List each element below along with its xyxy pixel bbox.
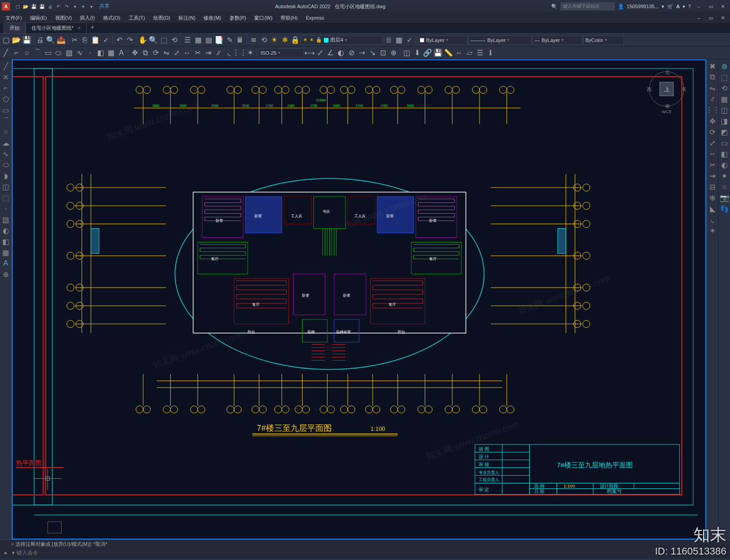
list-icon[interactable]: ☰ [475,48,485,58]
viewiso-icon[interactable]: ◩ [720,127,730,137]
mirror-tool-icon[interactable]: ⇋ [161,48,171,58]
menu-file[interactable]: 文件(F) [2,14,26,22]
extend2-icon[interactable]: ⇥ [708,171,718,181]
arc-tool-icon[interactable]: ⌒ [32,48,42,58]
arc2-icon[interactable]: ⌒ [1,116,11,126]
sheetset-icon[interactable]: 📑 [214,35,224,45]
move-tool-icon[interactable]: ✥ [130,48,140,58]
visual-2d-icon[interactable]: ▭ [720,138,730,148]
qat-plot-icon[interactable]: 🖨 [47,3,54,10]
mirror2-icon[interactable]: ⇋ [708,83,718,93]
insertblock-icon[interactable]: ◫ [1,182,11,192]
menu-tools[interactable]: 工具(T) [125,14,149,22]
hatch-tool-icon[interactable]: ▨ [64,48,74,58]
viewfront-icon[interactable]: ◫ [720,105,730,115]
copy-tool-icon[interactable]: ⧉ [140,48,150,58]
line-icon[interactable]: ╱ [1,61,11,71]
circle2-icon[interactable]: ○ [1,127,11,137]
walk-icon[interactable]: 👣 [720,204,730,214]
open-icon[interactable]: 📂 [11,35,21,45]
dimstyle-dropdown[interactable]: ISO-25▾ [258,48,304,58]
qat-saveas-icon[interactable]: 💾 [38,3,46,10]
scale-tool-icon[interactable]: ⤢ [172,48,182,58]
qat-undo-icon[interactable]: ↶ [55,3,62,10]
ellipse-tool-icon[interactable]: ⬭ [53,48,63,58]
undo-icon[interactable]: ↶ [114,35,124,45]
spline2-icon[interactable]: ∿ [1,149,11,159]
xline-icon[interactable]: ✕ [1,72,11,82]
doc-close-button[interactable]: ✕ [717,14,728,22]
explode2-icon[interactable]: ✶ [708,225,718,236]
paste-icon[interactable]: 📋 [90,35,100,45]
measure-icon[interactable]: 📏 [443,48,454,58]
copy2-icon[interactable]: ⧉ [708,72,718,82]
cut-icon[interactable]: ✂ [69,35,79,45]
view-cube[interactable]: 上 北 南 西 东 WCS [646,68,687,110]
dim-diameter-icon[interactable]: ⊘ [346,48,356,58]
rect-tool-icon[interactable]: ▭ [43,48,53,58]
wblock-icon[interactable]: 💾 [433,48,443,58]
circle-tool-icon[interactable]: ○ [22,48,32,58]
stretch2-icon[interactable]: ↔ [708,149,718,159]
ellipsearc-icon[interactable]: ◗ [1,171,11,181]
menu-format[interactable]: 格式(O) [99,14,124,22]
polyline-tool-icon[interactable]: ⌐ [11,48,21,58]
region2-icon[interactable]: ◧ [1,236,11,246]
polygon-icon[interactable]: ⬠ [1,94,11,104]
menu-express[interactable]: Express [302,14,328,21]
visual-hide-icon[interactable]: ◐ [720,160,730,170]
leader-icon[interactable]: ↘ [367,48,377,58]
menu-parametric[interactable]: 参数(P) [226,14,250,22]
doc-minimize-button[interactable]: – [694,14,704,22]
minimize-button[interactable]: – [694,2,704,10]
xref-icon[interactable]: 🔗 [422,48,433,58]
menu-help[interactable]: 帮助(H) [277,14,301,22]
tab-new-button[interactable]: + [87,21,98,33]
move2-icon[interactable]: ✥ [708,116,718,126]
close-button[interactable]: ✕ [717,2,728,10]
search-icon[interactable]: 🔍 [551,4,558,10]
point-tool-icon[interactable]: · [85,48,95,58]
hatch2-icon[interactable]: ▨ [1,215,11,225]
offset-tool-icon[interactable]: ⫽ [214,48,224,58]
addselect-icon[interactable]: ⊕ [1,269,11,279]
id-icon[interactable]: ℹ [485,48,495,58]
copy-icon[interactable]: ⎘ [80,35,90,45]
camera-icon[interactable]: 📷 [720,193,730,203]
zoom-icon[interactable]: 🔍 [148,35,158,45]
array-tool-icon[interactable]: ⋮⋮ [235,48,245,58]
layer-iso-icon[interactable]: ▦ [394,35,404,45]
qat-open-icon[interactable]: 📂 [22,3,29,10]
menu-modify[interactable]: 修改(M) [200,14,225,22]
line-tool-icon[interactable]: ╱ [1,48,11,58]
redo-icon[interactable]: ↷ [125,35,135,45]
stretch-tool-icon[interactable]: ↔ [182,48,192,58]
dim-angular-icon[interactable]: ∠ [325,48,335,58]
layer-match-icon[interactable]: ✓ [404,35,414,45]
qat-dropdown-icon[interactable]: ▾ [71,3,78,10]
zoom-win-icon[interactable]: ⬚ [159,35,169,45]
rotate-tool-icon[interactable]: ⟳ [151,48,161,58]
mtext-icon[interactable]: A [1,258,11,268]
lineweight-dropdown[interactable]: —ByLayer▾ [532,36,583,45]
revcloud-icon[interactable]: ☁ [1,138,11,148]
block-icon[interactable]: ◫ [402,48,412,58]
layer-freeze-icon[interactable]: ❄ [280,35,290,45]
save-icon[interactable]: 💾 [22,35,32,45]
scale2-icon[interactable]: ⤢ [708,138,718,148]
command-input[interactable] [16,550,728,556]
color-dropdown[interactable]: ByLayer▾ [417,36,468,45]
tab-close-icon[interactable]: × [78,25,80,31]
pan-icon[interactable]: ✋ [138,35,148,45]
layer-dropdown[interactable]: ☀☀🔓 图层4 ▾ [301,36,383,45]
ucs-icon[interactable]: ⬚ [720,72,730,82]
publish-icon[interactable]: 📤 [56,35,66,45]
array2-icon[interactable]: ⋮⋮ [708,105,718,115]
render-icon[interactable]: ☼ [720,182,730,192]
makeblock-icon[interactable]: ⬚ [1,193,11,203]
break-icon[interactable]: ⊟ [708,182,718,192]
maximize-button[interactable]: ▭ [705,2,716,10]
fillet2-icon[interactable]: ◟ [708,215,718,225]
insert-icon[interactable]: ⬇ [412,48,422,58]
trim2-icon[interactable]: ✂ [708,160,718,170]
